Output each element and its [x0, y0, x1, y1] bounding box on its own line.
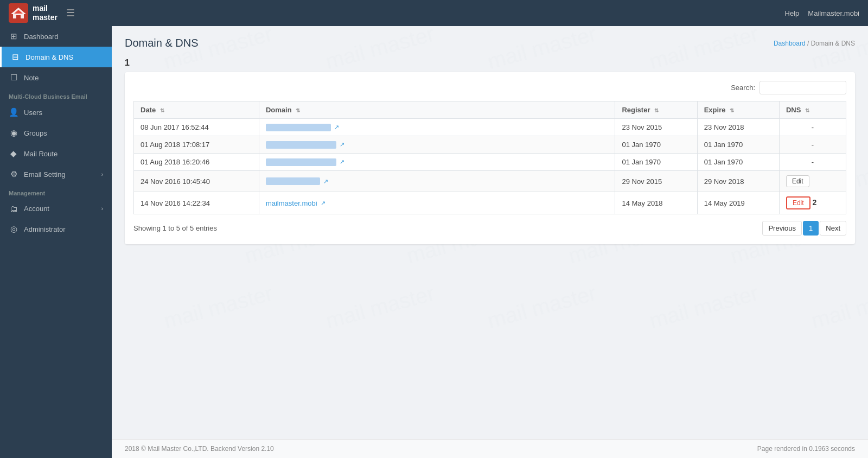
- cell-expire-4: 14 May 2019: [697, 192, 779, 214]
- account-link[interactable]: Mailmaster.mobi: [808, 9, 859, 17]
- external-link-icon-1[interactable]: ↗: [340, 141, 344, 148]
- sidebar-item-users[interactable]: 👤 Users: [0, 102, 112, 123]
- cell-domain-3: ↗: [259, 171, 615, 192]
- domain-placeholder-3: [266, 177, 320, 185]
- sort-register-icon[interactable]: ⇅: [654, 107, 659, 113]
- sidebar-item-mail-route[interactable]: ◆ Mail Route: [0, 143, 112, 164]
- page-title: Domain & DNS: [125, 37, 199, 49]
- external-link-icon-4[interactable]: ↗: [321, 200, 326, 207]
- domain-cell-2: ↗: [266, 158, 609, 166]
- sidebar-item-domain-dns[interactable]: ⊟ Domain & DNS: [0, 47, 112, 67]
- table-footer: Showing 1 to 5 of 5 entries Previous 1 N…: [133, 221, 846, 236]
- sort-domain-icon[interactable]: ⇅: [296, 107, 300, 113]
- email-setting-arrow: ›: [101, 171, 103, 177]
- domain-icon: ⊟: [10, 52, 20, 62]
- cell-register-2: 01 Jan 1970: [615, 154, 697, 171]
- table-row: 14 Nov 2016 14:22:34mailmaster.mobi↗14 M…: [134, 192, 846, 214]
- col-expire: Expire ⇅: [697, 101, 779, 119]
- footer: 2018 © Mail Master Co.,LTD. Backend Vers…: [112, 439, 868, 458]
- cell-domain-1: ↗: [259, 136, 615, 154]
- table-toolbar: Search:: [133, 81, 846, 94]
- cell-register-0: 23 Nov 2015: [615, 119, 697, 136]
- content-area: mail master mail master mail master mail…: [112, 26, 868, 458]
- breadcrumb: Dashboard / Domain & DNS: [774, 40, 855, 47]
- col-date: Date ⇅: [134, 101, 259, 119]
- edit-button-4[interactable]: Edit: [786, 196, 810, 209]
- external-link-icon-3[interactable]: ↗: [323, 178, 328, 185]
- cell-date-1: 01 Aug 2018 17:08:17: [134, 136, 259, 154]
- sidebar-item-domain-label: Domain & DNS: [25, 53, 73, 61]
- help-link[interactable]: Help: [785, 9, 800, 17]
- cell-register-1: 01 Jan 1970: [615, 136, 697, 154]
- table-row: 24 Nov 2016 10:45:40↗29 Nov 201529 Nov 2…: [134, 171, 846, 192]
- cell-dns-0: -: [779, 119, 846, 136]
- search-input[interactable]: [760, 81, 846, 94]
- table-row: 01 Aug 2018 16:20:46↗01 Jan 197001 Jan 1…: [134, 154, 846, 171]
- cell-register-4: 14 May 2018: [615, 192, 697, 214]
- domain-cell-3: ↗: [266, 177, 609, 185]
- topnav-left: mailmaster ☰: [9, 3, 75, 23]
- sort-dns-icon[interactable]: ⇅: [805, 107, 809, 113]
- col-domain: Domain ⇅: [259, 101, 615, 119]
- topnav-right: Help Mailmaster.mobi: [785, 9, 859, 17]
- sidebar-item-note-label: Note: [24, 74, 39, 82]
- sidebar-item-note[interactable]: ☐ Note: [0, 67, 112, 88]
- section-management: Management: [0, 185, 112, 199]
- domain-link-4[interactable]: mailmaster.mobi: [266, 199, 317, 207]
- breadcrumb-home-link[interactable]: Dashboard: [774, 40, 806, 47]
- cell-expire-2: 01 Jan 1970: [697, 154, 779, 171]
- sidebar-item-administrator-label: Administrator: [24, 225, 66, 233]
- cell-dns-4: Edit2: [779, 192, 846, 214]
- account-icon: 🗂: [9, 204, 18, 213]
- cell-domain-0: ↗: [259, 119, 615, 136]
- main-layout: ⊞ Dashboard ⊟ Domain & DNS ☐ Note Multi-…: [0, 26, 868, 458]
- cell-date-3: 24 Nov 2016 10:45:40: [134, 171, 259, 192]
- showing-text: Showing 1 to 5 of 5 entries: [133, 224, 217, 232]
- next-button[interactable]: Next: [820, 221, 846, 236]
- sidebar-item-account[interactable]: 🗂 Account ›: [0, 199, 112, 219]
- cell-dns-3: Edit: [779, 171, 846, 192]
- cell-register-3: 29 Nov 2015: [615, 171, 697, 192]
- cell-expire-0: 23 Nov 2018: [697, 119, 779, 136]
- sidebar-item-dashboard[interactable]: ⊞ Dashboard: [0, 26, 112, 47]
- account-arrow: ›: [101, 206, 103, 212]
- page-header: Domain & DNS Dashboard / Domain & DNS: [125, 37, 855, 49]
- mail-route-icon: ◆: [9, 149, 18, 158]
- table-row: 01 Aug 2018 17:08:17↗01 Jan 197001 Jan 1…: [134, 136, 846, 154]
- domain-placeholder-1: [266, 141, 336, 149]
- logo: mailmaster: [9, 3, 58, 23]
- breadcrumb-current: Domain & DNS: [811, 40, 855, 47]
- edit-button-3[interactable]: Edit: [786, 175, 809, 187]
- previous-button[interactable]: Previous: [762, 221, 802, 236]
- external-link-icon-0[interactable]: ↗: [334, 124, 339, 131]
- search-label: Search:: [731, 84, 755, 92]
- cell-domain-2: ↗: [259, 154, 615, 171]
- domain-placeholder-0: [266, 124, 331, 131]
- cell-expire-1: 01 Jan 1970: [697, 136, 779, 154]
- external-link-icon-2[interactable]: ↗: [340, 158, 344, 166]
- col-dns: DNS ⇅: [779, 101, 846, 119]
- sort-date-icon[interactable]: ⇅: [160, 107, 164, 113]
- groups-icon: ◉: [9, 128, 18, 138]
- email-setting-icon: ⚙: [9, 169, 18, 179]
- topnav: mailmaster ☰ Help Mailmaster.mobi: [0, 0, 868, 26]
- cell-dns-2: -: [779, 154, 846, 171]
- page-1-button[interactable]: 1: [803, 221, 819, 236]
- domain-cell-4: mailmaster.mobi↗: [266, 199, 609, 207]
- cell-domain-4: mailmaster.mobi↗: [259, 192, 615, 214]
- domain-cell-0: ↗: [266, 124, 609, 131]
- col-register: Register ⇅: [615, 101, 697, 119]
- annotation-2: 2: [813, 198, 817, 207]
- cell-dns-1: -: [779, 136, 846, 154]
- sidebar-item-administrator[interactable]: ◎ Administrator: [0, 219, 112, 239]
- sidebar-item-groups[interactable]: ◉ Groups: [0, 123, 112, 143]
- hamburger-icon[interactable]: ☰: [66, 7, 75, 19]
- logo-text: mailmaster: [33, 4, 58, 22]
- breadcrumb-separator: /: [807, 40, 811, 47]
- table-card: Search: Date ⇅ Domain ⇅: [125, 72, 855, 244]
- domain-cell-1: ↗: [266, 141, 609, 149]
- sidebar-item-email-setting[interactable]: ⚙ Email Setting ›: [0, 164, 112, 185]
- step-number: 1: [125, 58, 130, 68]
- sidebar-item-dashboard-label: Dashboard: [24, 33, 59, 41]
- sort-expire-icon[interactable]: ⇅: [730, 107, 734, 113]
